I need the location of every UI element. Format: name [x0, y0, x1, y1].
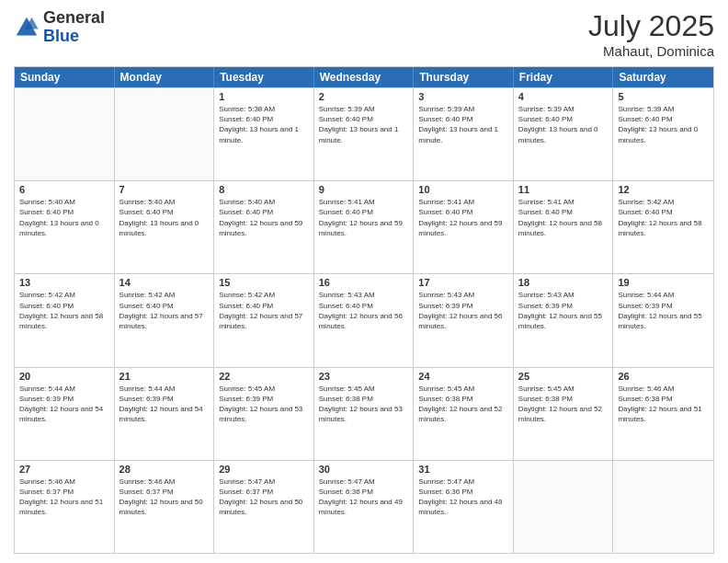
- cal-cell: 20Sunrise: 5:44 AM Sunset: 6:39 PM Dayli…: [15, 368, 115, 460]
- day-number: 27: [19, 464, 109, 475]
- header-day-monday: Monday: [115, 67, 215, 87]
- day-info: Sunrise: 5:43 AM Sunset: 6:39 PM Dayligh…: [518, 290, 609, 331]
- cal-cell: 23Sunrise: 5:45 AM Sunset: 6:38 PM Dayli…: [314, 368, 415, 460]
- header-day-friday: Friday: [514, 67, 614, 87]
- logo-text: General Blue: [43, 9, 105, 46]
- day-number: 2: [319, 91, 409, 102]
- cal-cell: 18Sunrise: 5:43 AM Sunset: 6:39 PM Dayli…: [514, 274, 614, 366]
- day-number: 29: [219, 464, 309, 475]
- day-number: 12: [618, 184, 709, 195]
- day-info: Sunrise: 5:42 AM Sunset: 6:40 PM Dayligh…: [618, 197, 709, 238]
- cal-cell: 3Sunrise: 5:39 AM Sunset: 6:40 PM Daylig…: [414, 88, 514, 180]
- day-number: 3: [418, 91, 508, 102]
- cal-cell: 7Sunrise: 5:40 AM Sunset: 6:40 PM Daylig…: [115, 181, 215, 273]
- day-number: 8: [219, 184, 309, 195]
- calendar-body: 1Sunrise: 5:38 AM Sunset: 6:40 PM Daylig…: [15, 87, 713, 553]
- day-info: Sunrise: 5:46 AM Sunset: 6:37 PM Dayligh…: [19, 477, 109, 518]
- day-number: 4: [518, 91, 609, 102]
- cal-cell: [15, 88, 115, 180]
- week-row-3: 13Sunrise: 5:42 AM Sunset: 6:40 PM Dayli…: [15, 273, 713, 366]
- day-number: 30: [319, 464, 409, 475]
- header-day-thursday: Thursday: [414, 67, 514, 87]
- cal-cell: [514, 461, 614, 553]
- cal-cell: [613, 461, 713, 553]
- cal-cell: 14Sunrise: 5:42 AM Sunset: 6:40 PM Dayli…: [115, 274, 215, 366]
- page: General Blue July 2025 Mahaut, Dominica …: [0, 0, 728, 563]
- day-info: Sunrise: 5:39 AM Sunset: 6:40 PM Dayligh…: [319, 104, 409, 145]
- cal-cell: 1Sunrise: 5:38 AM Sunset: 6:40 PM Daylig…: [214, 88, 314, 180]
- week-row-2: 6Sunrise: 5:40 AM Sunset: 6:40 PM Daylig…: [15, 180, 713, 273]
- day-number: 31: [418, 464, 508, 475]
- day-number: 28: [119, 464, 210, 475]
- day-info: Sunrise: 5:39 AM Sunset: 6:40 PM Dayligh…: [418, 104, 508, 145]
- day-number: 20: [19, 371, 109, 382]
- day-number: 26: [618, 371, 709, 382]
- day-info: Sunrise: 5:46 AM Sunset: 6:38 PM Dayligh…: [618, 384, 709, 425]
- week-row-4: 20Sunrise: 5:44 AM Sunset: 6:39 PM Dayli…: [15, 367, 713, 460]
- cal-cell: 30Sunrise: 5:47 AM Sunset: 6:36 PM Dayli…: [314, 461, 415, 553]
- day-info: Sunrise: 5:44 AM Sunset: 6:39 PM Dayligh…: [618, 290, 709, 331]
- day-info: Sunrise: 5:40 AM Sunset: 6:40 PM Dayligh…: [219, 197, 309, 238]
- cal-cell: 4Sunrise: 5:39 AM Sunset: 6:40 PM Daylig…: [514, 88, 614, 180]
- day-info: Sunrise: 5:47 AM Sunset: 6:36 PM Dayligh…: [418, 477, 508, 518]
- cal-cell: 25Sunrise: 5:45 AM Sunset: 6:38 PM Dayli…: [514, 368, 614, 460]
- day-info: Sunrise: 5:42 AM Sunset: 6:40 PM Dayligh…: [119, 290, 210, 331]
- day-info: Sunrise: 5:43 AM Sunset: 6:39 PM Dayligh…: [418, 290, 508, 331]
- day-info: Sunrise: 5:42 AM Sunset: 6:40 PM Dayligh…: [219, 290, 309, 331]
- cal-cell: 5Sunrise: 5:39 AM Sunset: 6:40 PM Daylig…: [613, 88, 713, 180]
- day-info: Sunrise: 5:39 AM Sunset: 6:40 PM Dayligh…: [618, 104, 709, 145]
- day-info: Sunrise: 5:39 AM Sunset: 6:40 PM Dayligh…: [518, 104, 609, 145]
- day-number: 22: [219, 371, 309, 382]
- day-number: 10: [418, 184, 508, 195]
- day-info: Sunrise: 5:46 AM Sunset: 6:37 PM Dayligh…: [119, 477, 210, 518]
- cal-cell: 28Sunrise: 5:46 AM Sunset: 6:37 PM Dayli…: [115, 461, 215, 553]
- cal-cell: 21Sunrise: 5:44 AM Sunset: 6:39 PM Dayli…: [115, 368, 215, 460]
- day-number: 19: [618, 277, 709, 288]
- cal-cell: 6Sunrise: 5:40 AM Sunset: 6:40 PM Daylig…: [15, 181, 115, 273]
- cal-cell: 11Sunrise: 5:41 AM Sunset: 6:40 PM Dayli…: [514, 181, 614, 273]
- day-info: Sunrise: 5:40 AM Sunset: 6:40 PM Dayligh…: [19, 197, 109, 238]
- month-title: July 2025: [588, 9, 714, 43]
- cal-cell: 27Sunrise: 5:46 AM Sunset: 6:37 PM Dayli…: [15, 461, 115, 553]
- day-info: Sunrise: 5:47 AM Sunset: 6:36 PM Dayligh…: [319, 477, 409, 518]
- day-number: 14: [119, 277, 210, 288]
- cal-cell: 12Sunrise: 5:42 AM Sunset: 6:40 PM Dayli…: [613, 181, 713, 273]
- day-number: 5: [618, 91, 709, 102]
- day-info: Sunrise: 5:45 AM Sunset: 6:39 PM Dayligh…: [219, 384, 309, 425]
- day-number: 21: [119, 371, 210, 382]
- day-info: Sunrise: 5:40 AM Sunset: 6:40 PM Dayligh…: [119, 197, 210, 238]
- cal-cell: 15Sunrise: 5:42 AM Sunset: 6:40 PM Dayli…: [214, 274, 314, 366]
- week-row-1: 1Sunrise: 5:38 AM Sunset: 6:40 PM Daylig…: [15, 87, 713, 180]
- header-day-sunday: Sunday: [15, 67, 115, 87]
- cal-cell: 13Sunrise: 5:42 AM Sunset: 6:40 PM Dayli…: [15, 274, 115, 366]
- day-info: Sunrise: 5:44 AM Sunset: 6:39 PM Dayligh…: [119, 384, 210, 425]
- cal-cell: 8Sunrise: 5:40 AM Sunset: 6:40 PM Daylig…: [214, 181, 314, 273]
- day-number: 25: [518, 371, 609, 382]
- cal-cell: 29Sunrise: 5:47 AM Sunset: 6:37 PM Dayli…: [214, 461, 314, 553]
- calendar-header: SundayMondayTuesdayWednesdayThursdayFrid…: [15, 67, 713, 87]
- logo: General Blue: [14, 9, 105, 46]
- day-info: Sunrise: 5:44 AM Sunset: 6:39 PM Dayligh…: [19, 384, 109, 425]
- day-info: Sunrise: 5:42 AM Sunset: 6:40 PM Dayligh…: [19, 290, 109, 331]
- cal-cell: 2Sunrise: 5:39 AM Sunset: 6:40 PM Daylig…: [314, 88, 415, 180]
- logo-blue: Blue: [43, 27, 79, 45]
- day-info: Sunrise: 5:41 AM Sunset: 6:40 PM Dayligh…: [319, 197, 409, 238]
- cal-cell: 26Sunrise: 5:46 AM Sunset: 6:38 PM Dayli…: [613, 368, 713, 460]
- header-day-tuesday: Tuesday: [214, 67, 314, 87]
- day-number: 18: [518, 277, 609, 288]
- day-info: Sunrise: 5:45 AM Sunset: 6:38 PM Dayligh…: [518, 384, 609, 425]
- day-number: 7: [119, 184, 210, 195]
- day-number: 11: [518, 184, 609, 195]
- header-day-saturday: Saturday: [613, 67, 713, 87]
- cal-cell: 22Sunrise: 5:45 AM Sunset: 6:39 PM Dayli…: [214, 368, 314, 460]
- logo-general: General: [43, 8, 105, 27]
- cal-cell: 31Sunrise: 5:47 AM Sunset: 6:36 PM Dayli…: [414, 461, 514, 553]
- day-number: 13: [19, 277, 109, 288]
- cal-cell: 19Sunrise: 5:44 AM Sunset: 6:39 PM Dayli…: [613, 274, 713, 366]
- title-block: July 2025 Mahaut, Dominica: [588, 9, 714, 59]
- header-day-wednesday: Wednesday: [314, 67, 415, 87]
- day-number: 9: [319, 184, 409, 195]
- cal-cell: 24Sunrise: 5:45 AM Sunset: 6:38 PM Dayli…: [414, 368, 514, 460]
- cal-cell: 9Sunrise: 5:41 AM Sunset: 6:40 PM Daylig…: [314, 181, 415, 273]
- day-number: 17: [418, 277, 508, 288]
